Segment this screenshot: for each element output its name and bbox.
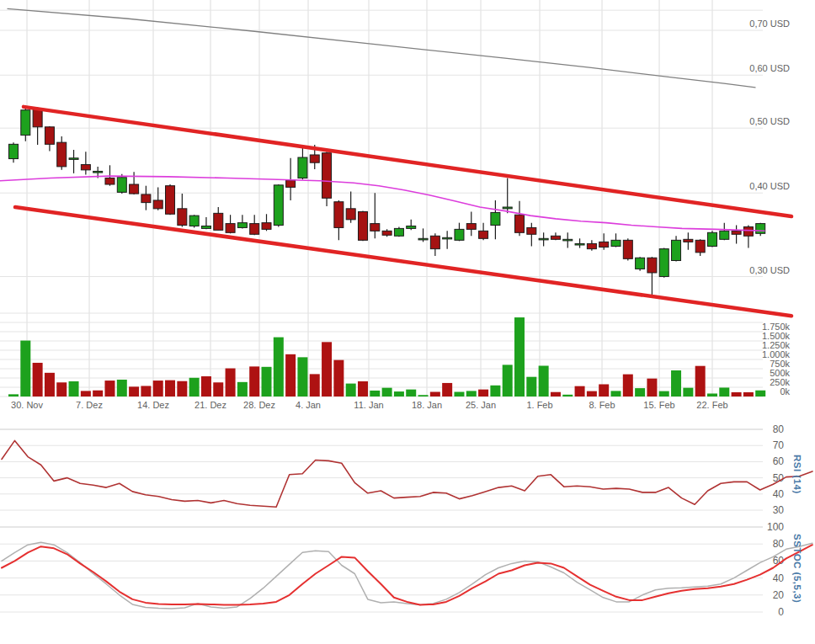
volume-bar bbox=[104, 381, 115, 397]
candle-body bbox=[623, 240, 632, 258]
price-axis-label: 0,30 USD bbox=[749, 265, 790, 275]
candle-body bbox=[226, 224, 235, 233]
candle-body bbox=[563, 239, 573, 241]
candle-body bbox=[33, 109, 42, 127]
stoch-axis-label: 100 bbox=[767, 521, 784, 533]
date-axis-label: 25. Jan bbox=[466, 400, 496, 410]
volume-bar bbox=[189, 378, 200, 397]
volume-bar bbox=[33, 363, 43, 397]
candle-body bbox=[189, 216, 199, 226]
volume-bar bbox=[526, 377, 536, 397]
rsi-axis-label: 30 bbox=[773, 504, 785, 516]
candle-body bbox=[286, 180, 296, 187]
volume-bar bbox=[249, 366, 259, 397]
volume-bar bbox=[587, 391, 597, 397]
rsi-panel-label: RSI (14) bbox=[792, 455, 802, 494]
volume-bar bbox=[442, 383, 452, 397]
date-axis-label: 22. Feb bbox=[696, 400, 727, 410]
volume-bar bbox=[382, 388, 392, 397]
volume-bar bbox=[394, 391, 404, 397]
volume-bar bbox=[310, 374, 320, 397]
candle-body bbox=[407, 226, 416, 228]
stoch-axis-label: 40 bbox=[773, 572, 785, 584]
candle-body bbox=[455, 229, 464, 240]
candle-body bbox=[178, 209, 187, 226]
volume-bar bbox=[478, 390, 488, 397]
volume-bar bbox=[732, 392, 742, 397]
candle-body bbox=[237, 223, 247, 228]
date-axis-label: 14. Dez bbox=[137, 400, 169, 410]
volume-bar bbox=[370, 391, 380, 397]
price-axis-label: 0,40 USD bbox=[749, 181, 790, 191]
price-axis-label: 0,60 USD bbox=[749, 63, 790, 73]
candle-body bbox=[93, 171, 103, 173]
volume-bar bbox=[755, 391, 765, 397]
volume-bar bbox=[562, 395, 573, 397]
candle-body bbox=[262, 223, 271, 230]
candle-body bbox=[599, 242, 609, 247]
candle-body bbox=[491, 212, 500, 225]
volume-bar bbox=[454, 392, 464, 397]
candle-body bbox=[298, 157, 307, 178]
volume-bar bbox=[551, 392, 561, 397]
candle-body bbox=[394, 228, 403, 236]
moving-average-long-line bbox=[8, 8, 755, 88]
date-axis-label: 1. Feb bbox=[526, 400, 552, 410]
candle-body bbox=[430, 236, 439, 248]
volume-bar bbox=[165, 381, 175, 397]
volume-bar bbox=[743, 392, 754, 397]
volume-bar bbox=[623, 375, 633, 397]
stoch-axis-label: 20 bbox=[773, 589, 785, 601]
candle-body bbox=[45, 127, 54, 145]
stoch-axis-label: 0 bbox=[778, 606, 784, 618]
candle-body bbox=[587, 243, 596, 248]
volume-bar bbox=[514, 317, 525, 397]
rsi-axis-label: 70 bbox=[773, 439, 785, 451]
date-axis-label: 11. Jan bbox=[354, 400, 383, 410]
volume-bar bbox=[575, 386, 585, 397]
chart-canvas[interactable]: 0,70 USD0,60 USD0,50 USD0,40 USD0,30 USD… bbox=[0, 0, 815, 644]
trend-channel-upper-line bbox=[24, 107, 791, 216]
candle-body bbox=[9, 144, 19, 158]
volume-bar bbox=[322, 342, 332, 397]
candle-body bbox=[382, 231, 392, 235]
volume-bar bbox=[201, 376, 211, 397]
volume-bar bbox=[659, 391, 669, 397]
candle-body bbox=[732, 231, 741, 234]
volume-bar bbox=[490, 386, 500, 397]
candle-body bbox=[346, 209, 355, 220]
volume-bar bbox=[177, 381, 187, 397]
candle-body bbox=[611, 240, 621, 246]
volume-bar bbox=[358, 381, 368, 397]
volume-bar bbox=[418, 395, 429, 397]
candle-body bbox=[527, 227, 536, 234]
date-axis-label: 4. Jan bbox=[296, 400, 321, 410]
candle-body bbox=[707, 232, 716, 246]
volume-bar bbox=[539, 365, 549, 397]
volume-bar bbox=[671, 370, 681, 397]
volume-bar bbox=[213, 382, 223, 397]
candle-body bbox=[105, 178, 115, 184]
volume-bar bbox=[297, 357, 307, 397]
volume-bar bbox=[237, 382, 248, 397]
candle-body bbox=[418, 238, 428, 240]
candle-body bbox=[443, 237, 452, 239]
volume-bar bbox=[226, 369, 236, 397]
rsi-axis-label: 80 bbox=[773, 423, 785, 435]
candle-body bbox=[551, 236, 560, 239]
candle-body bbox=[370, 224, 380, 232]
candle-body bbox=[117, 178, 126, 193]
volume-bar bbox=[346, 384, 356, 397]
candle-body bbox=[274, 185, 283, 226]
candle-body bbox=[141, 194, 151, 203]
candle-body bbox=[479, 231, 488, 238]
volume-axis-label: 0k bbox=[780, 386, 790, 397]
volume-bar bbox=[503, 365, 513, 397]
stock-chart[interactable]: 0,70 USD0,60 USD0,50 USD0,40 USD0,30 USD… bbox=[0, 0, 815, 644]
candle-body bbox=[153, 200, 162, 209]
candle-body bbox=[358, 211, 367, 240]
candle-body bbox=[81, 165, 90, 170]
candle-body bbox=[69, 158, 78, 160]
candle-body bbox=[756, 224, 765, 234]
volume-bar bbox=[81, 391, 91, 397]
